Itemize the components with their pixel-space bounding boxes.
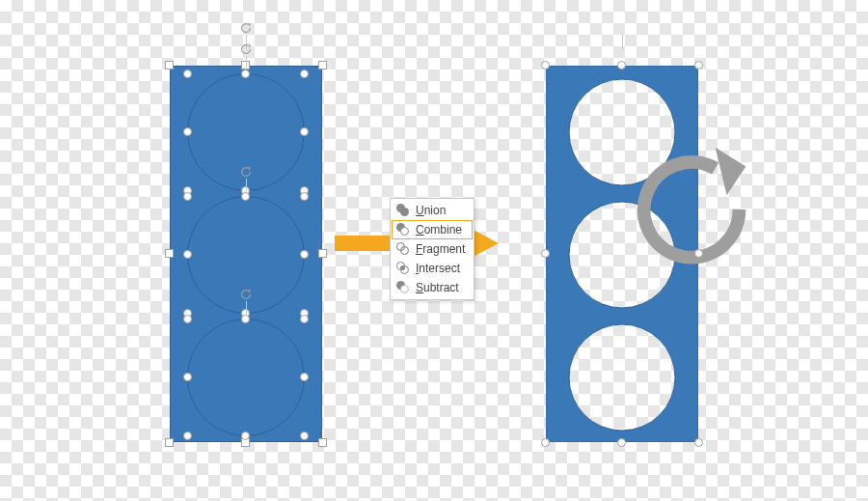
merge-shapes-menu: Union Combine Fragment Intersect bbox=[390, 198, 475, 300]
menu-item-label: Fragment bbox=[416, 241, 465, 257]
rotate-icon[interactable] bbox=[239, 165, 253, 179]
menu-item-intersect[interactable]: Intersect bbox=[391, 259, 474, 278]
resize-handle[interactable] bbox=[241, 315, 250, 323]
resize-handle[interactable] bbox=[318, 61, 327, 70]
rotate-icon[interactable] bbox=[239, 288, 253, 301]
resize-handle[interactable] bbox=[165, 249, 174, 258]
resize-handle[interactable] bbox=[694, 249, 703, 258]
resize-handle[interactable] bbox=[165, 61, 174, 70]
fragment-icon bbox=[396, 242, 410, 256]
menu-item-combine[interactable]: Combine bbox=[391, 220, 474, 239]
resize-handle[interactable] bbox=[694, 438, 703, 447]
resize-handle[interactable] bbox=[183, 192, 192, 201]
resize-handle[interactable] bbox=[183, 315, 192, 323]
resize-handle[interactable] bbox=[241, 70, 250, 78]
resize-handle[interactable] bbox=[241, 192, 250, 201]
resize-handle[interactable] bbox=[183, 431, 192, 440]
rotate-icon[interactable] bbox=[239, 21, 253, 35]
resize-handle[interactable] bbox=[183, 373, 192, 381]
resize-handle[interactable] bbox=[300, 431, 309, 440]
resize-handle[interactable] bbox=[183, 250, 192, 259]
resize-handle[interactable] bbox=[541, 438, 550, 447]
resize-handle[interactable] bbox=[541, 249, 550, 258]
source-shapes bbox=[170, 66, 322, 442]
resize-handle[interactable] bbox=[165, 438, 174, 447]
resize-handle[interactable] bbox=[300, 315, 309, 323]
resize-handle[interactable] bbox=[694, 61, 703, 70]
resize-handle[interactable] bbox=[617, 438, 626, 447]
menu-item-fragment[interactable]: Fragment bbox=[391, 239, 474, 259]
menu-item-label: Subtract bbox=[416, 280, 459, 295]
resize-handle[interactable] bbox=[318, 249, 327, 258]
resize-handle[interactable] bbox=[300, 127, 309, 136]
menu-item-label: Combine bbox=[416, 222, 462, 237]
result-shape[interactable] bbox=[546, 66, 698, 442]
combine-icon bbox=[396, 223, 410, 237]
resize-handle[interactable] bbox=[300, 373, 309, 381]
resize-handle[interactable] bbox=[241, 431, 250, 440]
rotate-icon[interactable] bbox=[615, 21, 629, 35]
menu-item-label: Intersect bbox=[416, 261, 460, 276]
rotate-icon[interactable] bbox=[239, 42, 253, 56]
resize-handle[interactable] bbox=[617, 61, 626, 70]
resize-handle[interactable] bbox=[300, 70, 309, 78]
resize-handle[interactable] bbox=[183, 70, 192, 78]
intersect-icon bbox=[396, 262, 410, 275]
menu-item-label: Union bbox=[416, 203, 446, 218]
resize-handle[interactable] bbox=[541, 61, 550, 70]
resize-handle[interactable] bbox=[183, 127, 192, 136]
resize-handle[interactable] bbox=[300, 192, 309, 201]
subtract-icon bbox=[396, 281, 410, 294]
menu-item-union[interactable]: Union bbox=[391, 201, 474, 220]
union-icon bbox=[396, 204, 410, 217]
resize-handle[interactable] bbox=[318, 438, 327, 447]
menu-item-subtract[interactable]: Subtract bbox=[391, 278, 474, 297]
resize-handle[interactable] bbox=[300, 250, 309, 259]
